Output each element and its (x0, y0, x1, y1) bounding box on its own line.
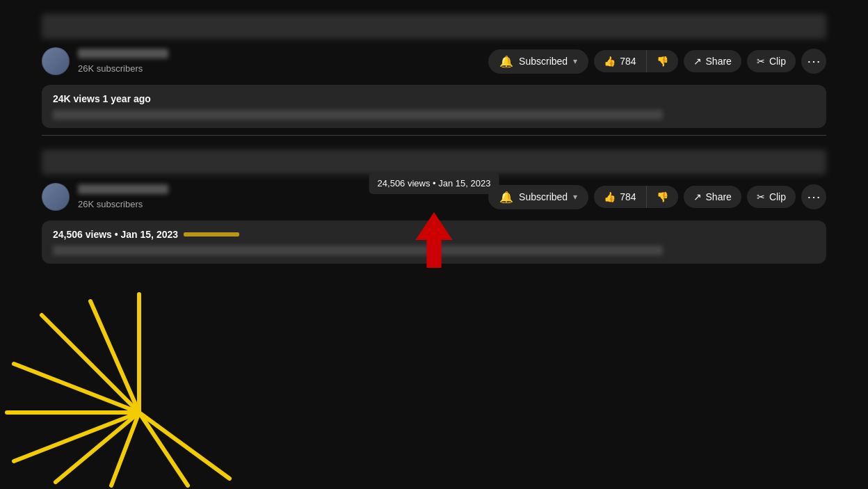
svg-line-8 (111, 412, 139, 486)
channel-actions-top: 🔔 Subscribed ▾ 👍 784 👎 ↗ Share (488, 49, 826, 74)
channel-info-bottom: 26K subscribers (78, 184, 480, 210)
like-count-bottom: 784 (620, 191, 636, 202)
subscribe-label-top: Subscribed (519, 56, 568, 67)
subscribe-button-bottom[interactable]: 🔔 Subscribed ▾ (488, 185, 588, 209)
svg-line-7 (56, 412, 139, 482)
starburst-annotation (0, 273, 278, 489)
video-title-bottom (42, 150, 826, 175)
yellow-highlight (184, 232, 239, 237)
chevron-icon-bottom: ▾ (573, 192, 577, 202)
like-dislike-group-bottom: 👍 784 👎 (594, 186, 677, 208)
subscribe-label-bottom: Subscribed (519, 191, 568, 202)
clip-icon-bottom: ✂ (757, 191, 765, 202)
avatar-bottom (42, 183, 70, 211)
clip-button-bottom[interactable]: ✂ Clip (747, 186, 796, 208)
views-date-top: 24K views 1 year ago (53, 93, 815, 104)
chevron-icon-top: ▾ (573, 56, 577, 66)
svg-line-4 (14, 364, 139, 412)
svg-line-6 (14, 412, 139, 461)
bell-icon-top: 🔔 (499, 55, 513, 68)
share-icon-top: ↗ (693, 56, 702, 67)
like-button-bottom[interactable]: 👍 784 (594, 186, 646, 208)
svg-marker-0 (415, 212, 452, 268)
subscriber-count-bottom: 26K subscribers (78, 199, 143, 209)
svg-line-10 (139, 412, 230, 479)
description-box-top[interactable]: 24K views 1 year ago (42, 85, 826, 128)
channel-info-top: 26K subscribers (78, 49, 480, 74)
channel-row-top: 26K subscribers 🔔 Subscribed ▾ 👍 784 👎 (42, 47, 826, 75)
top-section: 26K subscribers 🔔 Subscribed ▾ 👍 784 👎 (0, 0, 868, 135)
more-icon-top: ⋯ (807, 53, 821, 70)
clip-label-bottom: Clip (769, 191, 786, 202)
share-button-bottom[interactable]: ↗ Share (684, 186, 741, 208)
share-label-bottom: Share (706, 191, 732, 202)
like-icon-top: 👍 (604, 56, 616, 67)
channel-name-top (78, 49, 168, 58)
more-icon-bottom: ⋯ (807, 189, 821, 205)
desc-text-bottom (53, 246, 663, 255)
like-dislike-group-top: 👍 784 👎 (594, 50, 677, 72)
subscribe-button-top[interactable]: 🔔 Subscribed ▾ (488, 49, 588, 74)
like-button-top[interactable]: 👍 784 (594, 50, 646, 72)
dislike-button-top[interactable]: 👎 (647, 50, 678, 72)
dislike-icon-top: 👎 (657, 56, 668, 67)
share-icon-bottom: ↗ (693, 191, 702, 202)
desc-text-top (53, 110, 663, 120)
channel-row-bottom: 26K subscribers 🔔 Subscribed ▾ 👍 784 👎 (42, 183, 826, 211)
svg-line-9 (139, 412, 188, 486)
dislike-icon-bottom: 👎 (657, 191, 668, 202)
clip-label-top: Clip (769, 56, 786, 67)
clip-button-top[interactable]: ✂ Clip (747, 50, 796, 72)
avatar-top (42, 47, 70, 75)
red-arrow (413, 212, 455, 271)
channel-actions-bottom: 🔔 Subscribed ▾ 👍 784 👎 ↗ Share (488, 184, 826, 209)
channel-name-bottom (78, 184, 168, 194)
video-title-top (42, 14, 826, 39)
like-count-top: 784 (620, 56, 636, 67)
bell-icon-bottom: 🔔 (499, 191, 513, 204)
more-button-bottom[interactable]: ⋯ (801, 184, 826, 209)
subscriber-count-top: 26K subscribers (78, 63, 143, 74)
svg-line-1 (42, 315, 139, 412)
svg-line-2 (90, 301, 139, 412)
clip-icon-top: ✂ (757, 56, 765, 67)
more-button-top[interactable]: ⋯ (801, 49, 826, 74)
share-button-top[interactable]: ↗ Share (684, 50, 741, 72)
dislike-button-bottom[interactable]: 👎 (647, 186, 678, 208)
share-label-top: Share (706, 56, 732, 67)
like-icon-bottom: 👍 (604, 191, 616, 202)
